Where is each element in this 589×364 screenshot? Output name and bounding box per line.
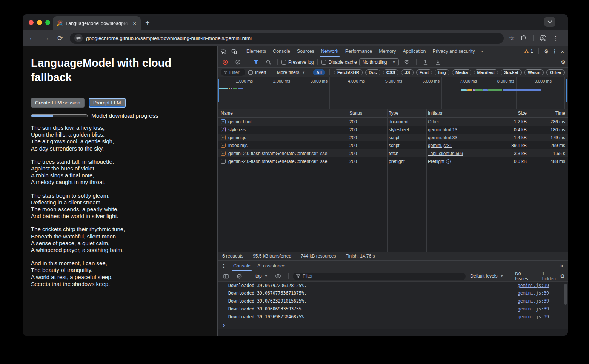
column-divider[interactable] <box>348 109 348 252</box>
network-settings-gear-icon[interactable]: ⚙ <box>561 59 566 65</box>
chip-js[interactable]: JS <box>401 69 413 75</box>
log-levels-select[interactable]: Default levels ▼ <box>469 273 505 279</box>
request-initiator-link[interactable]: gemini.js:81 <box>428 143 452 148</box>
url-bar[interactable]: googlechrome.github.io/samples/downloadi… <box>70 33 504 44</box>
table-row[interactable]: ‹›index.mjs 200 script gemini.js:81 89.1… <box>218 141 568 149</box>
profile-avatar-icon[interactable] <box>540 35 547 42</box>
tab-search-button[interactable] <box>544 17 555 27</box>
issues-warning[interactable]: 1 <box>524 49 533 54</box>
forward-button[interactable]: → <box>42 34 51 42</box>
table-row[interactable]: gemini-2.0-flash:streamGenerateContent?a… <box>218 157 568 165</box>
export-har-icon[interactable] <box>433 60 443 65</box>
console-message[interactable]: Downloaded 39.06707763671875%. gemini.js… <box>218 289 568 297</box>
drawer-kebab-icon[interactable]: ⋮ <box>218 263 230 269</box>
chip-manifest[interactable]: Manifest <box>474 69 498 75</box>
record-network-log-button[interactable] <box>220 60 231 65</box>
console-settings-gear-icon[interactable]: ⚙ <box>560 273 565 279</box>
devtools-close-icon[interactable]: × <box>561 48 564 55</box>
overview-right-handle[interactable] <box>566 79 567 102</box>
chip-img[interactable]: Img <box>435 69 449 75</box>
console-sidebar-icon[interactable] <box>221 274 231 279</box>
table-row[interactable]: ‹›gemini.js 200 script gemini.html:33 1.… <box>218 134 568 141</box>
table-row[interactable]: ≡gemini.html 200 document Other 1.2 kB 2… <box>218 118 568 126</box>
drawer-close-icon[interactable]: × <box>560 263 568 269</box>
request-initiator-link[interactable]: _api_client.ts:599 <box>428 151 463 156</box>
console-message[interactable]: Downloaded 39.05792236328125%. gemini.js… <box>218 281 568 289</box>
settings-gear-icon[interactable]: ⚙ <box>544 48 549 54</box>
menu-kebab-icon[interactable]: ⋮ <box>553 35 558 41</box>
filter-funnel-icon[interactable] <box>251 60 261 65</box>
chip-font[interactable]: Font <box>416 69 432 75</box>
extensions-icon[interactable] <box>521 35 527 41</box>
tab-sources[interactable]: Sources <box>294 46 318 57</box>
tab-performance[interactable]: Performance <box>342 46 376 57</box>
minimize-window-button[interactable] <box>37 20 42 25</box>
table-row[interactable]: ╱style.css 200 stylesheet gemini.html:13… <box>218 126 568 134</box>
tab-console[interactable]: Console <box>269 46 294 57</box>
column-header-time[interactable]: Time <box>529 111 568 116</box>
column-header-initiator[interactable]: Initiator <box>426 111 492 116</box>
column-divider[interactable] <box>387 109 388 252</box>
column-divider[interactable] <box>426 109 427 252</box>
source-link[interactable]: gemini.js:39 <box>518 306 564 312</box>
console-message[interactable]: Downloaded 39.07623291015625%. gemini.js… <box>218 297 568 305</box>
source-link[interactable]: gemini.js:39 <box>518 283 564 288</box>
source-link[interactable]: gemini.js:39 <box>518 298 564 304</box>
inspect-element-icon[interactable] <box>218 49 229 54</box>
more-tabs-button[interactable]: » <box>478 46 484 57</box>
column-header-type[interactable]: Type <box>387 111 426 116</box>
source-link[interactable]: gemini.js:39 <box>518 290 564 296</box>
tab-privacy-security[interactable]: Privacy and security <box>429 46 478 57</box>
more-filters-button[interactable]: More filters ▼ <box>275 70 307 75</box>
disable-cache-checkbox[interactable]: Disable cache <box>321 60 357 65</box>
bookmark-star-icon[interactable]: ☆ <box>509 34 515 42</box>
site-settings-icon[interactable] <box>74 34 83 42</box>
console-message[interactable]: Downloaded 39.10369873046875%. gemini.js… <box>218 313 568 321</box>
drawer-tab-ai-assistance[interactable]: AI assistance <box>254 261 289 271</box>
chip-fetch-xhr[interactable]: Fetch/XHR <box>334 69 363 75</box>
maximize-window-button[interactable] <box>45 20 50 25</box>
device-toolbar-icon[interactable] <box>229 49 240 54</box>
tab-memory[interactable]: Memory <box>375 46 399 57</box>
column-header-name[interactable]: Name <box>218 111 348 116</box>
console-message[interactable]: Downloaded 39.0960693359375%. gemini.js:… <box>218 305 568 313</box>
table-row[interactable]: ‹›gemini-2.0-flash:streamGenerateContent… <box>218 149 568 157</box>
request-initiator-link[interactable]: gemini.html:33 <box>428 135 457 140</box>
eye-icon[interactable] <box>272 274 284 278</box>
prompt-llm-button[interactable]: Prompt LLM <box>89 98 126 108</box>
browser-tab[interactable]: 🎉 LanguageModel downloadpro × <box>53 16 141 30</box>
chip-css[interactable]: CSS <box>383 69 399 75</box>
clear-network-log-button[interactable] <box>233 60 243 65</box>
info-icon[interactable]: i <box>446 159 451 164</box>
clear-console-button[interactable] <box>234 274 245 279</box>
chip-media[interactable]: Media <box>452 69 471 75</box>
column-divider[interactable] <box>530 109 530 252</box>
network-conditions-icon[interactable] <box>401 60 412 65</box>
chip-socket[interactable]: Socket <box>501 69 522 75</box>
tab-application[interactable]: Application <box>399 46 429 57</box>
new-tab-button[interactable]: + <box>145 19 150 26</box>
column-header-status[interactable]: Status <box>348 111 387 116</box>
console-filter-input[interactable] <box>303 273 462 279</box>
hidden-count[interactable]: 1 hidden <box>542 271 557 281</box>
column-header-size[interactable]: Size <box>492 111 529 116</box>
drawer-tab-console[interactable]: Console <box>230 261 254 271</box>
source-link[interactable]: gemini.js:39 <box>518 314 564 319</box>
tab-network[interactable]: Network <box>318 46 342 57</box>
close-window-button[interactable] <box>29 20 34 25</box>
console-context-select[interactable]: top ▼ <box>254 273 269 279</box>
invert-checkbox[interactable]: Invert <box>248 70 266 75</box>
create-llm-session-button[interactable]: Create LLM session <box>31 98 85 108</box>
back-button[interactable]: ← <box>28 34 37 42</box>
network-filter-input[interactable] <box>229 70 242 75</box>
tab-close-icon[interactable]: × <box>132 20 137 26</box>
chip-wasm[interactable]: Wasm <box>524 69 544 75</box>
network-overview-timeline[interactable]: 1,000 ms 2,000 ms 3,000 ms 4,000 ms 5,00… <box>218 77 568 109</box>
reload-button[interactable]: ⟳ <box>55 34 65 42</box>
chip-other[interactable]: Other <box>546 69 565 75</box>
throttling-select[interactable]: No throttling ▼ <box>359 58 399 66</box>
chip-doc[interactable]: Doc <box>365 69 380 75</box>
issues-status[interactable]: No Issues <box>515 271 532 281</box>
search-icon[interactable] <box>263 60 274 65</box>
overview-left-handle[interactable] <box>218 79 219 102</box>
